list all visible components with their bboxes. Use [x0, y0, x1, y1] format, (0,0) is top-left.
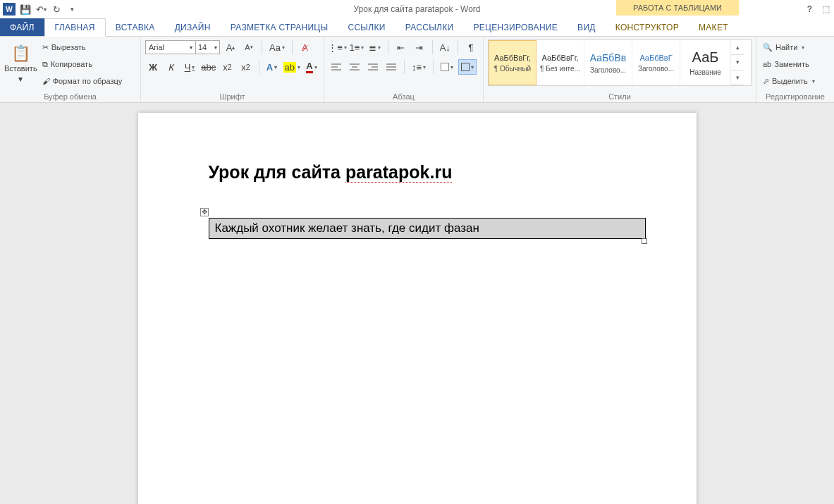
- ribbon-tabs: ФАЙЛ ГЛАВНАЯ ВСТАВКА ДИЗАЙН РАЗМЕТКА СТР…: [0, 18, 834, 37]
- text-effects-button[interactable]: A▾: [264, 59, 279, 75]
- table-move-handle[interactable]: ✥: [200, 208, 209, 216]
- find-icon: 🔍: [763, 43, 773, 52]
- qat-customize-icon[interactable]: ▾: [66, 4, 78, 15]
- title-right-controls: ? ⬚: [807, 4, 830, 14]
- sort-button[interactable]: A↓: [437, 39, 453, 55]
- bold-button[interactable]: Ж: [145, 59, 161, 75]
- align-left-button[interactable]: [329, 59, 344, 75]
- group-styles: АаБбВвГг,¶ Обычный АаБбВвГг,¶ Без инте..…: [484, 37, 756, 102]
- font-size-combo[interactable]: 14▾: [196, 40, 220, 54]
- page[interactable]: Урок для сайта paratapok.ru ✥ Каждый охо…: [138, 113, 697, 504]
- style-heading2[interactable]: АаБбВвГЗаголово...: [632, 40, 680, 85]
- group-label-font: Шрифт: [145, 92, 319, 102]
- format-painter-button[interactable]: 🖌Формат по образцу: [40, 73, 139, 89]
- document-heading[interactable]: Урок для сайта paratapok.ru: [209, 162, 640, 183]
- show-marks-button[interactable]: ¶: [463, 39, 479, 55]
- save-icon[interactable]: 💾: [20, 4, 31, 15]
- quick-access-toolbar: W 💾 ↶▾ ↻ ▾: [0, 3, 78, 16]
- borders-button[interactable]: ▾: [458, 59, 477, 75]
- cursor-icon: ⬀: [763, 77, 769, 86]
- line-spacing-button[interactable]: ↕≡▾: [410, 59, 428, 75]
- ribbon-display-icon[interactable]: ⬚: [822, 4, 830, 14]
- shrink-font-button[interactable]: A▾: [241, 39, 257, 55]
- tab-view[interactable]: ВИД: [568, 18, 606, 36]
- group-clipboard: 📋 Вставить ▾ ✂Вырезать ⧉Копировать 🖌Форм…: [0, 37, 141, 102]
- styles-gallery: АаБбВвГг,¶ Обычный АаБбВвГг,¶ Без инте..…: [488, 39, 752, 86]
- font-name-combo[interactable]: Arial▾: [145, 40, 196, 54]
- group-editing: 🔍Найти▾ abЗаменить ⬀Выделить▾ Редактиров…: [756, 37, 834, 102]
- style-title[interactable]: АаБНазвание: [680, 40, 731, 85]
- group-label-paragraph: Абзац: [329, 92, 479, 102]
- tab-table-design[interactable]: КОНСТРУКТОР: [606, 18, 689, 36]
- tab-home[interactable]: ГЛАВНАЯ: [44, 18, 106, 37]
- align-center-button[interactable]: [347, 59, 362, 75]
- decrease-indent-button[interactable]: ⇤: [393, 39, 409, 55]
- window-title: Урок для сайта paratapok - Word: [353, 4, 480, 14]
- brush-icon: 🖌: [42, 77, 50, 85]
- style-normal[interactable]: АаБбВвГг,¶ Обычный: [489, 40, 536, 85]
- justify-button[interactable]: [384, 59, 399, 75]
- group-label-editing: Редактирование: [761, 92, 830, 102]
- tab-design[interactable]: ДИЗАЙН: [165, 18, 221, 36]
- group-label-clipboard: Буфер обмена: [4, 92, 136, 102]
- shading-button[interactable]: ▾: [439, 59, 455, 75]
- undo-icon[interactable]: ↶▾: [35, 4, 47, 15]
- grow-font-button[interactable]: A▴: [223, 39, 238, 55]
- superscript-button[interactable]: x2: [238, 59, 254, 75]
- redo-icon[interactable]: ↻: [51, 4, 62, 15]
- replace-button[interactable]: abЗаменить: [761, 56, 824, 72]
- increase-indent-button[interactable]: ⇥: [412, 39, 427, 55]
- tab-insert[interactable]: ВСТАВКА: [106, 18, 165, 36]
- select-button[interactable]: ⬀Выделить▾: [761, 73, 824, 89]
- tab-table-layout[interactable]: МАКЕТ: [689, 18, 738, 36]
- multilevel-button[interactable]: ≣▾: [367, 39, 383, 55]
- align-right-button[interactable]: [365, 59, 381, 75]
- paste-icon: 📋: [11, 44, 30, 63]
- help-icon[interactable]: ?: [807, 4, 812, 14]
- change-case-button[interactable]: Aa▾: [267, 39, 287, 55]
- numbering-button[interactable]: 1≡▾: [349, 39, 364, 55]
- tab-references[interactable]: ССЫЛКИ: [338, 18, 395, 36]
- scissors-icon: ✂: [42, 43, 49, 52]
- cut-button[interactable]: ✂Вырезать: [40, 39, 139, 55]
- style-no-spacing[interactable]: АаБбВвГг,¶ Без инте...: [536, 40, 584, 85]
- ribbon: 📋 Вставить ▾ ✂Вырезать ⧉Копировать 🖌Форм…: [0, 37, 834, 103]
- group-paragraph: ⋮≡▾ 1≡▾ ≣▾ ⇤ ⇥ A↓ ¶: [324, 37, 484, 102]
- table-resize-handle[interactable]: [642, 238, 647, 244]
- table-cell[interactable]: Каждый охотник желает знать, где сидит ф…: [211, 220, 644, 237]
- document-table[interactable]: Каждый охотник желает знать, где сидит ф…: [209, 218, 646, 239]
- bullets-button[interactable]: ⋮≡▾: [329, 39, 346, 55]
- copy-icon: ⧉: [42, 60, 48, 69]
- tab-file[interactable]: ФАЙЛ: [0, 18, 44, 36]
- italic-button[interactable]: К: [164, 59, 179, 75]
- copy-button[interactable]: ⧉Копировать: [40, 56, 139, 72]
- strike-button[interactable]: abc: [200, 59, 217, 75]
- group-label-styles: Стили: [488, 92, 752, 102]
- gallery-scroll[interactable]: ▴▾▾: [731, 40, 744, 85]
- style-heading1[interactable]: АаБбВвЗаголово...: [584, 40, 632, 85]
- paste-button[interactable]: 📋 Вставить ▾: [4, 41, 37, 87]
- replace-icon: ab: [763, 60, 771, 68]
- tab-page-layout[interactable]: РАЗМЕТКА СТРАНИЦЫ: [221, 18, 338, 36]
- highlight-button[interactable]: ab▾: [282, 59, 301, 75]
- document-area[interactable]: Урок для сайта paratapok.ru ✥ Каждый охо…: [0, 103, 834, 504]
- table-tools-context: РАБОТА С ТАБЛИЦАМИ: [616, 0, 739, 16]
- word-icon: W: [3, 3, 16, 16]
- font-color-button[interactable]: A▾: [304, 59, 319, 75]
- tab-mailings[interactable]: РАССЫЛКИ: [395, 18, 464, 36]
- underline-button[interactable]: Ч▾: [182, 59, 197, 75]
- group-font: Arial▾ 14▾ A▴ A▾ Aa▾ A̷ Ж К Ч▾ abc x2 x2…: [141, 37, 324, 102]
- clear-format-button[interactable]: A̷: [298, 39, 313, 55]
- heading-link: paratapok.ru: [345, 162, 452, 183]
- tab-review[interactable]: РЕЦЕНЗИРОВАНИЕ: [463, 18, 568, 36]
- find-button[interactable]: 🔍Найти▾: [761, 39, 824, 55]
- subscript-button[interactable]: x2: [220, 59, 235, 75]
- title-bar: W 💾 ↶▾ ↻ ▾ Урок для сайта paratapok - Wo…: [0, 0, 834, 18]
